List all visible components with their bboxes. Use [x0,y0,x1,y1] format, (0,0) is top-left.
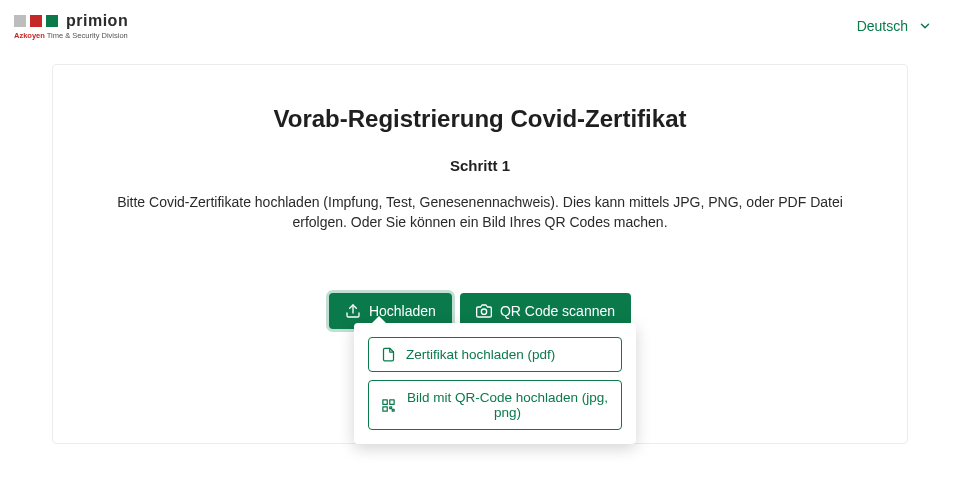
logo-text: primion [66,12,128,30]
page-title: Vorab-Registrierung Covid-Zertifikat [87,105,873,133]
main-card: Vorab-Registrierung Covid-Zertifikat Sch… [52,64,908,444]
svg-rect-2 [383,399,387,403]
svg-rect-6 [392,409,394,411]
upload-pdf-label: Zertifikat hochladen (pdf) [406,347,555,362]
language-label: Deutsch [857,18,908,34]
header: primion Azkoyen Time & Security Division… [0,0,960,44]
file-icon [381,347,396,362]
logo-square-green [46,15,58,27]
svg-rect-3 [390,399,394,403]
logo: primion Azkoyen Time & Security Division [14,12,128,40]
svg-rect-4 [383,406,387,410]
chevron-down-icon [918,19,932,33]
camera-icon [476,303,492,319]
scan-qr-button-label: QR Code scannen [500,303,615,319]
description: Bitte Covid-Zertifikate hochladen (Impfu… [100,192,860,233]
upload-qr-image-option[interactable]: Bild mit QR-Code hochladen (jpg, png) [368,380,622,430]
logo-square-grey [14,15,26,27]
qr-icon [381,398,396,413]
logo-square-red [30,15,42,27]
language-selector[interactable]: Deutsch [857,18,932,34]
upload-qr-image-label: Bild mit QR-Code hochladen (jpg, png) [406,390,609,420]
upload-popover-wrap: Zertifikat hochladen (pdf) Bild mit QR-C… [354,323,636,444]
upload-pdf-option[interactable]: Zertifikat hochladen (pdf) [368,337,622,372]
step-label: Schritt 1 [87,157,873,174]
upload-icon [345,303,361,319]
upload-popover: Zertifikat hochladen (pdf) Bild mit QR-C… [354,323,636,444]
logo-subtitle: Azkoyen Time & Security Division [14,31,128,40]
svg-rect-5 [390,406,392,408]
svg-point-1 [481,309,486,314]
